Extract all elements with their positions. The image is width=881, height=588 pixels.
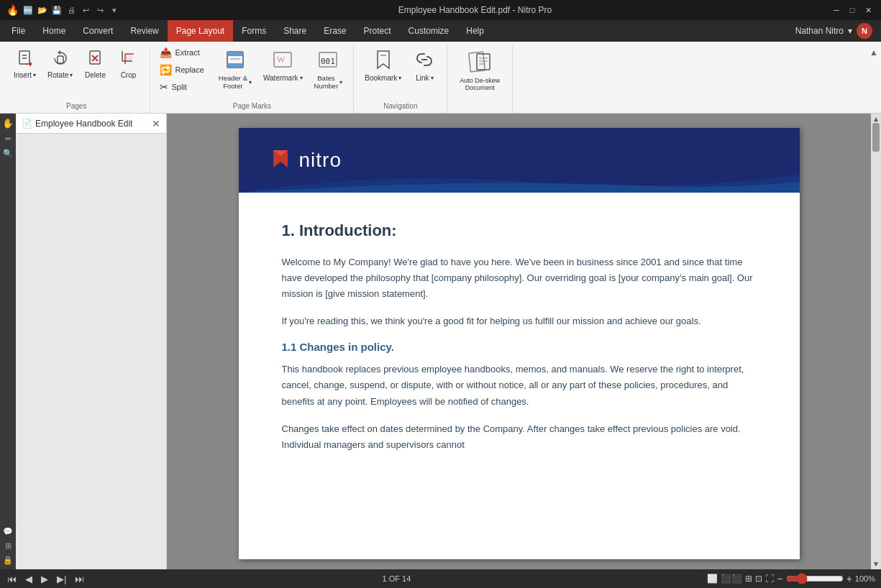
insert-button[interactable]: Insert ▾	[9, 45, 41, 83]
ribbon: Insert ▾ Rotate ▾	[0, 42, 881, 114]
first-page-button[interactable]: ⏮	[6, 574, 18, 584]
save-icon[interactable]: 💾	[50, 4, 63, 17]
pdf-para1: Welcome to My Company! We're glad to hav…	[282, 254, 757, 302]
split-button[interactable]: ✂ Split	[156, 79, 207, 95]
menu-bar: File Home Convert Review Page Layout For…	[0, 20, 881, 42]
scroll-up-btn[interactable]: ▲	[872, 115, 880, 123]
delete-icon	[85, 48, 105, 71]
user-area[interactable]: Nathan Nitro ▾ N	[790, 20, 878, 42]
watermark-button[interactable]: W Watermark ▾	[258, 45, 308, 86]
next-page-button[interactable]: ▶|	[55, 574, 68, 584]
page-marks-group-label: Page Marks	[233, 102, 271, 110]
view-fit-icon[interactable]: ⊡	[755, 574, 762, 584]
svg-text:W: W	[277, 55, 286, 65]
auto-deskew-icon	[467, 48, 493, 77]
zoom-tool-icon[interactable]: 🔍	[1, 147, 14, 160]
rotate-icon	[50, 48, 70, 71]
crop-button[interactable]: Crop	[112, 45, 144, 83]
ribbon-group-navigation: Bookmark ▾ Link ▾ Navigation	[354, 45, 447, 113]
edit-tool-icon[interactable]: ✏	[1, 132, 14, 145]
right-scrollbar-area: ▲ ▼	[871, 114, 881, 569]
quick-access-toolbar: 🆕 📂 💾 🖨 ↩ ↪ ▾	[22, 4, 121, 17]
page-indicator-area: 1 OF 14	[91, 574, 701, 583]
last-page-button[interactable]: ⏭	[73, 574, 86, 584]
menu-protect[interactable]: Protect	[355, 20, 400, 42]
undo-icon[interactable]: ↩	[79, 4, 92, 17]
minimize-button[interactable]: ─	[829, 4, 844, 16]
menu-share[interactable]: Share	[275, 20, 315, 42]
view-double-icon[interactable]: ⬛⬛	[721, 574, 742, 584]
customize-qa-icon[interactable]: ▾	[108, 4, 121, 17]
menu-page-layout[interactable]: Page Layout	[168, 20, 233, 42]
prev-page-button[interactable]: ◀	[24, 574, 34, 584]
rotate-button[interactable]: Rotate ▾	[42, 45, 78, 83]
scroll-down-btn[interactable]: ▼	[872, 560, 880, 568]
doc-icon: 📄	[22, 119, 32, 129]
bates-number-icon: 001	[316, 48, 339, 74]
menu-erase[interactable]: Erase	[315, 20, 355, 42]
maximize-button[interactable]: □	[845, 4, 859, 16]
zoom-slider[interactable]	[786, 573, 844, 584]
watermark-label: Watermark ▾	[263, 74, 303, 82]
view-grid-icon[interactable]: ⊞	[745, 574, 752, 584]
pdf-body: 1. Introduction: Welcome to My Company! …	[239, 193, 800, 493]
link-button[interactable]: Link ▾	[408, 45, 441, 86]
hand-tool-icon[interactable]: ✋	[1, 116, 14, 129]
delete-button[interactable]: Delete	[79, 45, 111, 83]
pages-thumbnail-area	[16, 134, 166, 569]
crop-label: Crop	[121, 71, 137, 79]
doc-area: ✋ ✏ 🔍 💬 ⊞ 🔒 📄 Employee Handbook Edit ✕	[0, 114, 881, 569]
zoom-out-button[interactable]: −	[777, 573, 782, 584]
bates-number-button[interactable]: 001 BatesNumber ▾	[309, 45, 348, 93]
auto-deskew-label: Auto De-skew Document	[458, 77, 501, 91]
bookmark-button[interactable]: Bookmark ▾	[360, 45, 406, 86]
menu-convert[interactable]: Convert	[74, 20, 122, 42]
security-icon[interactable]: 🔒	[1, 553, 14, 566]
insert-icon	[15, 48, 35, 71]
replace-button[interactable]: 🔁 Replace	[156, 62, 207, 78]
ribbon-collapse-icon[interactable]: ▲	[869, 47, 878, 58]
svg-marker-3	[29, 61, 32, 67]
title-bar-left: 🔥 🆕 📂 💾 🖨 ↩ ↪ ▾	[6, 4, 121, 17]
svg-rect-16	[227, 52, 243, 56]
menu-forms[interactable]: Forms	[233, 20, 275, 42]
view-single-icon[interactable]: ⬜	[707, 574, 718, 584]
nitro-logo-icon	[268, 147, 293, 173]
table-icon[interactable]: ⊞	[1, 539, 14, 552]
pdf-para4: Changes take effect on dates determined …	[282, 421, 757, 453]
zoom-in-button[interactable]: +	[846, 573, 852, 584]
extract-label: Extract	[175, 48, 199, 57]
ribbon-group-page-marks: 📤 Extract 🔁 Replace ✂ Split	[150, 45, 354, 113]
auto-deskew-button[interactable]: Auto De-skew Document	[453, 45, 506, 95]
fullscreen-icon[interactable]: ⛶	[765, 574, 774, 584]
replace-icon: 🔁	[160, 64, 172, 75]
pdf-heading2: 1.1 Changes in policy.	[282, 341, 757, 353]
header-footer-button[interactable]: Header &Footer ▾	[214, 45, 257, 93]
menu-review[interactable]: Review	[122, 20, 167, 42]
bookmark-label: Bookmark ▾	[365, 74, 401, 82]
pdf-content-area: nitro 1. Introduction: Welcome to My Com…	[167, 114, 871, 569]
svg-rect-0	[19, 51, 29, 64]
replace-label: Replace	[175, 65, 204, 74]
watermark-icon: W	[271, 48, 294, 74]
print-icon[interactable]: 🖨	[65, 4, 78, 17]
new-icon[interactable]: 🆕	[22, 4, 35, 17]
menu-help[interactable]: Help	[457, 20, 493, 42]
play-button[interactable]: ▶	[40, 574, 50, 584]
svg-rect-17	[227, 63, 243, 68]
redo-icon[interactable]: ↪	[93, 4, 106, 17]
tab-close-button[interactable]: ✕	[152, 118, 160, 129]
header-footer-label: Header &Footer ▾	[219, 74, 252, 90]
pages-panel: 📄 Employee Handbook Edit ✕	[16, 114, 167, 569]
menu-customize[interactable]: Customize	[400, 20, 458, 42]
menu-file[interactable]: File	[3, 20, 34, 42]
title-bar: 🔥 🆕 📂 💾 🖨 ↩ ↪ ▾ Employee Handbook Edit.p…	[0, 0, 881, 20]
status-right: ⬜ ⬛⬛ ⊞ ⊡ ⛶ − + 100%	[707, 573, 875, 584]
close-button[interactable]: ✕	[861, 4, 875, 16]
extract-icon: 📤	[160, 47, 172, 58]
comment-icon[interactable]: 💬	[1, 525, 14, 538]
extract-button[interactable]: 📤 Extract	[156, 45, 207, 60]
tab-header: 📄 Employee Handbook Edit ✕	[16, 114, 166, 134]
open-icon[interactable]: 📂	[36, 4, 49, 17]
menu-home[interactable]: Home	[34, 20, 74, 42]
